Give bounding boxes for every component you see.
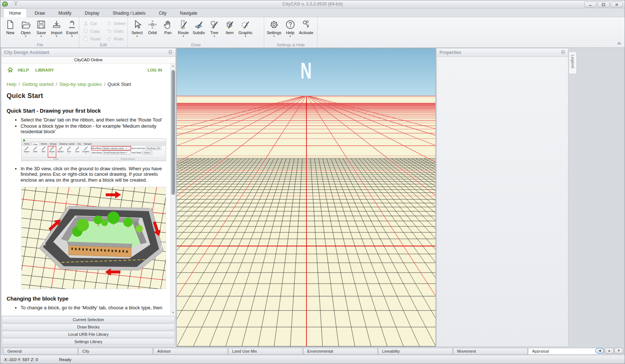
section-title-2: Changing the block type: [7, 296, 170, 302]
new-button[interactable]: New: [3, 18, 18, 37]
cut-button[interactable]: Cut: [83, 21, 107, 26]
undo-button[interactable]: Undo: [107, 28, 130, 34]
tab-navigate[interactable]: Navigate: [175, 9, 203, 18]
bottom-tab-movement[interactable]: Movement: [453, 348, 528, 355]
maximize-button[interactable]: [597, 1, 610, 7]
copy-label: Copy: [90, 29, 100, 33]
item-tool-button[interactable]: Item: [222, 18, 237, 37]
breadcrumb-separator: /: [19, 81, 20, 87]
panel-settings-library[interactable]: Settings Library: [2, 338, 175, 345]
help-nav-bar: HELP LIBRARY LOG IN: [1, 63, 170, 77]
graphic-tool-button[interactable]: Graphic▾: [237, 18, 254, 37]
panel-local-urb-library[interactable]: Local URB File Library: [2, 331, 175, 338]
panel-draw-blocks[interactable]: Draw Blocks: [2, 324, 175, 331]
bottom-tab-bar: General City Advisor Land Use Mix Enviro…: [0, 348, 625, 355]
item-label: Item: [226, 30, 233, 35]
collapse-ribbon-icon[interactable]: [617, 41, 622, 46]
export-button[interactable]: Export▾: [64, 18, 80, 37]
redo-button[interactable]: Redo: [107, 36, 130, 41]
group-label-file: File: [1, 43, 79, 47]
scroll-up-icon[interactable]: ▲: [171, 64, 175, 68]
assistant-panel-title: City Design Assistant: [4, 50, 49, 55]
panel-current-selection[interactable]: Current Selection: [2, 316, 175, 323]
help-shot-tools: Select▾ Orbit Pan Route▾ Subdiv Tree▾ It…: [22, 146, 90, 157]
panel-expand-icon[interactable]: ▲: [605, 348, 614, 354]
help-shot-tab: Draw: [31, 142, 40, 145]
bottom-tab-city[interactable]: City: [78, 348, 153, 355]
subdiv-tool-button[interactable]: Subdiv: [191, 18, 206, 37]
paste-button[interactable]: Paste: [83, 36, 107, 41]
tab-display[interactable]: Display: [79, 9, 105, 18]
dropdown-arrow-icon: ▾: [245, 35, 247, 37]
bottom-tab-general[interactable]: General: [3, 348, 78, 355]
dropdown-arrow-icon: ▾: [183, 35, 184, 37]
instruction-list-2: In the 3D view, click on the ground to d…: [1, 166, 170, 183]
open-label: Open: [21, 30, 31, 35]
pin-icon[interactable]: [561, 50, 565, 55]
pan-tool-button[interactable]: Pan: [160, 18, 176, 37]
import-label: Import: [51, 30, 62, 35]
delete-button[interactable]: Delete: [107, 21, 130, 26]
save-button[interactable]: Save▾: [33, 18, 49, 37]
group-label-settings-help: Settings & Help: [264, 43, 317, 47]
tab-draw[interactable]: Draw: [29, 9, 50, 18]
help-shot-tabs: Home Draw Modify Display Shading / Label…: [22, 142, 166, 146]
close-button[interactable]: [611, 1, 623, 7]
open-button[interactable]: Open▾: [18, 18, 33, 37]
nav-help-link[interactable]: HELP: [18, 68, 29, 72]
help-shot-tab: Shading / Labels: [58, 142, 76, 145]
home-icon[interactable]: [7, 67, 13, 73]
assistant-panel-header: City Design Assistant: [1, 48, 175, 57]
nav-library-link[interactable]: LIBRARY: [35, 68, 54, 72]
help-shot-tab: Navigate: [82, 142, 93, 145]
help-shot-tab: Modify: [40, 142, 49, 145]
help-shot-group-default: Default Settings: [90, 158, 166, 161]
bottom-tab-advisor[interactable]: Advisor: [153, 348, 228, 355]
city-design-assistant-panel: City Design Assistant CityCAD Online HEL…: [1, 48, 176, 347]
export-label: Export: [66, 30, 78, 35]
tree-label: Tree: [210, 30, 218, 35]
import-button[interactable]: Import▾: [49, 18, 64, 37]
bottom-tab-land-use-mix[interactable]: Land Use Mix: [228, 348, 303, 355]
copy-button[interactable]: Copy: [83, 28, 107, 34]
scroll-down-icon[interactable]: ▼: [171, 310, 175, 315]
panel-collapse-icon[interactable]: ▼: [614, 348, 623, 354]
legend-side-tab[interactable]: Legend: [569, 51, 577, 74]
nav-login-link[interactable]: LOG IN: [147, 68, 162, 72]
orbit-tool-button[interactable]: Orbit: [145, 18, 160, 37]
paste-label: Paste: [90, 37, 101, 41]
settings-button[interactable]: Settings▾: [266, 18, 283, 37]
help-scrollbar[interactable]: ▲ ▼: [170, 63, 175, 315]
help-shot-group-draw: Draw: [22, 158, 90, 161]
instruction-list-1: Select the 'Draw' tab on the ribbon, and…: [1, 117, 170, 135]
3d-viewport[interactable]: N: [176, 48, 436, 347]
breadcrumb-link-getting-started[interactable]: Getting started: [22, 81, 53, 87]
save-label: Save: [36, 30, 46, 35]
route-tool-button[interactable]: Route▾: [176, 18, 191, 37]
ribbon-group-draw: Select▾ Orbit Pan Route▾ Subdiv Tree▾ It…: [128, 17, 264, 47]
select-tool-button[interactable]: Select▾: [129, 18, 145, 37]
help-block-illustration: [21, 187, 166, 289]
breadcrumb-link-guides[interactable]: Step-by-step guides: [59, 81, 102, 87]
breadcrumb-link-help[interactable]: Help: [7, 81, 17, 87]
tab-modify[interactable]: Modify: [53, 9, 77, 18]
minimize-button[interactable]: [584, 1, 596, 7]
bottom-tab-liveability[interactable]: Liveability: [378, 348, 453, 355]
tab-scroll-left-icon[interactable]: ◀: [595, 348, 604, 354]
bottom-tab-appraisal[interactable]: Appraisal: [528, 348, 603, 355]
pin-icon[interactable]: [168, 50, 173, 55]
dropdown-arrow-icon: ▾: [71, 35, 73, 37]
tab-home[interactable]: Home: [3, 8, 27, 18]
cut-label: Cut: [90, 21, 97, 26]
tab-shading-labels[interactable]: Shading / Labels: [107, 9, 151, 18]
tab-city[interactable]: City: [153, 9, 172, 18]
help-button[interactable]: Help▾: [283, 18, 298, 37]
scrollbar-thumb[interactable]: [171, 70, 175, 195]
dropdown-arrow-icon: ▾: [290, 35, 291, 37]
undo-label: Undo: [114, 29, 123, 33]
orbit-label: Orbit: [148, 30, 157, 35]
activate-button[interactable]: Activate: [298, 18, 315, 37]
assistant-collapsed-panels: Current Selection Draw Blocks Local URB …: [1, 316, 175, 345]
tree-tool-button[interactable]: Tree▾: [206, 18, 222, 37]
bottom-tab-environmental[interactable]: Environmental: [303, 348, 378, 355]
